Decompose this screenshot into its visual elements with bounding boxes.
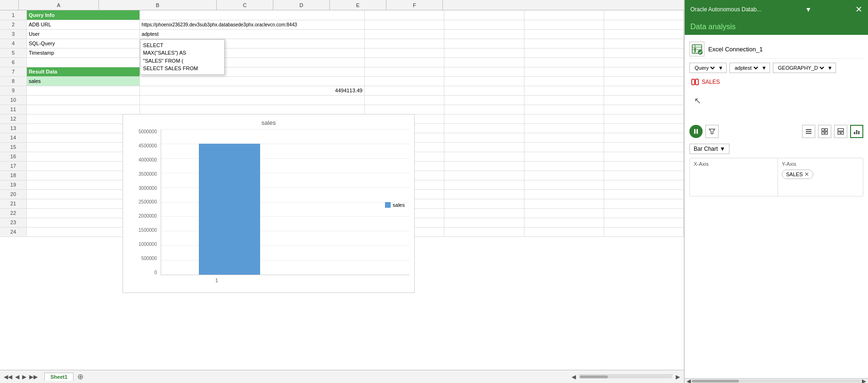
cell-b1[interactable] [139, 10, 365, 20]
cell-b4[interactable]: SELECT MAX("SALES") AS "SALES" FROM ( SE… [139, 39, 365, 48]
cell-d10[interactable] [444, 95, 524, 105]
panel-close-button[interactable]: ✕ [855, 4, 862, 15]
cell-a7[interactable]: Result Data [26, 67, 139, 76]
chart-view-button[interactable] [850, 125, 863, 138]
cell-c1[interactable] [365, 10, 444, 20]
cell-e2[interactable] [524, 20, 604, 29]
sales-list-item[interactable]: SALES [689, 77, 863, 87]
panel-scrollbar[interactable]: ◀ ▶ [685, 378, 868, 383]
row-number: 21 [0, 199, 26, 208]
cell-e9[interactable] [524, 86, 604, 95]
cell-c6[interactable] [365, 57, 444, 67]
col-header-a[interactable]: A [19, 0, 99, 10]
filter-button[interactable] [705, 125, 719, 138]
list-view-button[interactable] [802, 125, 815, 138]
cell-b3[interactable]: adptest [139, 29, 365, 39]
cell-f4[interactable] [604, 39, 683, 48]
cell-a4[interactable]: SQL-Query [26, 39, 139, 48]
schema-dropdown[interactable]: adptest ▼ [729, 63, 770, 73]
connection-name[interactable]: Excel Connection_1 [708, 46, 763, 53]
cell-c2[interactable] [365, 20, 444, 29]
table-dropdown[interactable]: GEOGRAPHY_D ▼ [773, 63, 836, 73]
cell-a3[interactable]: User [26, 29, 139, 39]
col-header-b[interactable]: B [99, 0, 217, 10]
cell-b10[interactable] [139, 95, 365, 105]
nav-next-button[interactable]: ▶ [21, 374, 27, 380]
filter-icon [709, 128, 715, 135]
horizontal-scrollbar[interactable] [579, 375, 673, 379]
schema-select[interactable]: adptest [733, 65, 760, 71]
mode-dropdown[interactable]: Query Table ▼ [689, 63, 727, 73]
svg-rect-22 [858, 131, 860, 134]
cell-d5[interactable] [444, 48, 524, 57]
chart-type-dropdown[interactable]: Bar Chart ▼ [689, 144, 729, 154]
cell-a1[interactable]: Query Info [26, 10, 139, 20]
y-axis-tag-close[interactable]: ✕ [804, 171, 809, 178]
cell-e5[interactable] [524, 48, 604, 57]
nav-last-button[interactable]: ▶▶ [28, 374, 39, 380]
scroll-left-button[interactable]: ◀ [571, 374, 577, 380]
cell-b9[interactable]: 4494113.49 [139, 86, 365, 95]
cell-a8[interactable]: sales [26, 76, 139, 86]
cell-a10[interactable] [26, 95, 139, 105]
mode-select[interactable]: Query Table [693, 65, 716, 71]
grid-view-button[interactable] [818, 125, 831, 138]
cell-c8[interactable] [365, 76, 444, 86]
sheet-tab-sheet1[interactable]: Sheet1 [44, 373, 74, 381]
nav-first-button[interactable]: ◀◀ [3, 374, 13, 380]
cell-e4[interactable] [524, 39, 604, 48]
panel-scroll-right[interactable]: ▶ [861, 378, 867, 383]
col-header-d[interactable]: D [273, 0, 330, 10]
add-sheet-button[interactable]: ⊕ [75, 372, 85, 381]
cell-f2[interactable] [604, 20, 683, 29]
cell-f3[interactable] [604, 29, 683, 39]
cell-e6[interactable] [524, 57, 604, 67]
table-select[interactable]: GEOGRAPHY_D [776, 65, 826, 71]
cell-a2[interactable]: ADB URL [26, 20, 139, 29]
row-number: 13 [0, 123, 26, 133]
pause-button[interactable] [689, 125, 703, 138]
nav-prev-button[interactable]: ◀ [14, 374, 20, 380]
cell-a9[interactable] [26, 86, 139, 95]
panel-scroll-left[interactable]: ◀ [686, 378, 692, 383]
cell-c4[interactable] [365, 39, 444, 48]
cell-f8[interactable] [604, 76, 683, 86]
cell-e7[interactable] [524, 67, 604, 76]
chart-view-icon [853, 128, 860, 135]
cell-a5[interactable]: Timestamp [26, 48, 139, 57]
cell-d6[interactable] [444, 57, 524, 67]
panel-section-header: Data analysis [685, 19, 868, 35]
cell-f5[interactable] [604, 48, 683, 57]
cell-e10[interactable] [524, 95, 604, 105]
split-view-button[interactable] [834, 125, 847, 138]
cell-c5[interactable] [365, 48, 444, 57]
cell-d7[interactable] [444, 67, 524, 76]
cell-d8[interactable] [444, 76, 524, 86]
cell-e8[interactable] [524, 76, 604, 86]
cell-c9[interactable] [365, 86, 444, 95]
col-header-e[interactable]: E [330, 0, 386, 10]
col-header-f[interactable]: F [386, 0, 443, 10]
cell-d9[interactable] [444, 86, 524, 95]
scroll-right-button[interactable]: ▶ [675, 374, 681, 380]
cell-f1[interactable] [604, 10, 683, 20]
table-columns-icon [691, 78, 699, 86]
cell-d2[interactable] [444, 20, 524, 29]
cell-e3[interactable] [524, 29, 604, 39]
cell-f10[interactable] [604, 95, 683, 105]
cell-c3[interactable] [365, 29, 444, 39]
panel-dropdown-arrow[interactable]: ▼ [805, 6, 811, 13]
cell-d4[interactable] [444, 39, 524, 48]
cell-c10[interactable] [365, 95, 444, 105]
cell-c7[interactable] [365, 67, 444, 76]
cell-d1[interactable] [444, 10, 524, 20]
cell-d3[interactable] [444, 29, 524, 39]
cell-f6[interactable] [604, 57, 683, 67]
cell-a6[interactable] [26, 57, 139, 67]
col-header-c[interactable]: C [217, 0, 273, 10]
cell-b8[interactable] [139, 76, 365, 86]
cell-e1[interactable] [524, 10, 604, 20]
cell-f7[interactable] [604, 67, 683, 76]
cell-f9[interactable] [604, 86, 683, 95]
cell-b2[interactable]: https://phoenix236239.dev3sub3phx.databa… [139, 20, 365, 29]
